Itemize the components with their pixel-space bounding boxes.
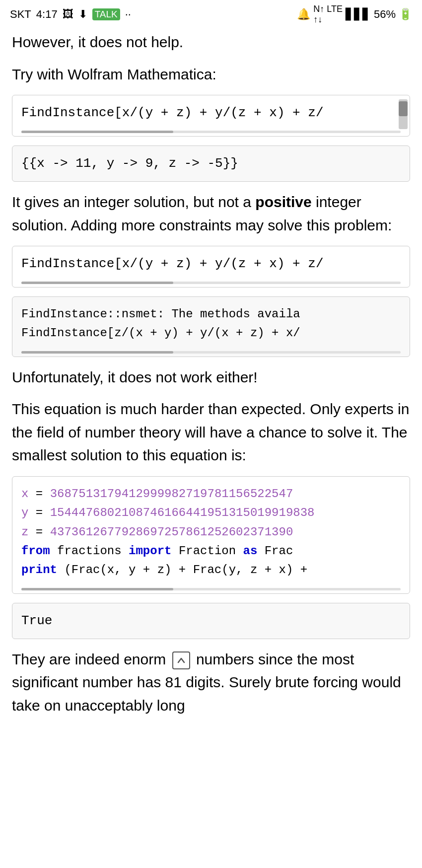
vertical-thumb-1[interactable] — [399, 101, 408, 116]
intro-text-1: However, it does not help. — [12, 31, 410, 54]
code-block-2[interactable]: FindInstance[x/(y + z) + y/(z + x) + z/ — [12, 246, 410, 288]
code-line-print: print (Frac(x, y + z) + Frac(y, z + x) + — [21, 561, 401, 579]
scrollbar-thumb-2[interactable] — [21, 282, 173, 284]
code-content-3: x = 3687513179412999982719781156522547 y… — [12, 477, 410, 588]
time-text: 4:17 — [36, 8, 58, 21]
scrollbar-thumb-1[interactable] — [21, 131, 173, 133]
arrow-svg — [176, 655, 186, 665]
result-block-1: {{x -> 11, y -> 9, z -> -5}} — [12, 145, 410, 182]
battery-text: 56% — [374, 8, 396, 21]
download-icon: ⬇ — [78, 8, 87, 21]
alarm-icon: 🔔 — [297, 8, 310, 21]
dots-icon: ·· — [125, 8, 131, 21]
status-bar: SKT 4:17 🖼 ⬇ TALK ·· 🔔 N↑ LTE↑↓ ▋▋▋ 56% … — [0, 0, 422, 27]
vertical-scroll-1[interactable] — [399, 99, 408, 129]
output-block-1: FindInstance::nsmet: The methods availa … — [12, 296, 410, 357]
output-line-2: FindInstance[z/(x + y) + y/(x + z) + x/ — [21, 324, 401, 343]
code-line-z: z = 4373612677928697257861252602371390 — [21, 523, 401, 542]
code-content-2: FindInstance[x/(y + z) + y/(z + x) + z/ — [12, 246, 410, 282]
code-block-1[interactable]: FindInstance[x/(y + z) + y/(z + x) + z/ — [12, 95, 410, 137]
battery-icon: 🔋 — [399, 8, 412, 21]
carrier-text: SKT — [10, 8, 31, 21]
output-content-1: FindInstance::nsmet: The methods availa … — [12, 297, 410, 351]
code-line-y: y = 154447680210874616644195131501991983… — [21, 504, 401, 522]
scrollbar-1[interactable] — [21, 131, 401, 133]
intro-text-2: Try with Wolfram Mathematica: — [12, 63, 410, 86]
talk-icon: TALK — [92, 8, 120, 20]
status-left: SKT 4:17 🖼 ⬇ TALK ·· — [10, 8, 131, 21]
lte-icon: N↑ LTE↑↓ — [313, 4, 343, 25]
image-icon: 🖼 — [63, 8, 73, 21]
output-line-1: FindInstance::nsmet: The methods availa — [21, 305, 401, 324]
explanation-text-2: Unfortunately, it does not work either! — [12, 366, 410, 389]
explanation-text-1: It gives an integer solution, but not a … — [12, 191, 410, 237]
signal-icon: ▋▋▋ — [346, 8, 371, 21]
scrollbar-thumb-4[interactable] — [21, 588, 173, 590]
code-line-x: x = 3687513179412999982719781156522547 — [21, 485, 401, 504]
code-block-3[interactable]: x = 3687513179412999982719781156522547 y… — [12, 476, 410, 594]
code-line-from: from fractions import Fraction as Frac — [21, 542, 401, 561]
scrollbar-3[interactable] — [21, 351, 401, 354]
main-content: However, it does not help. Try with Wolf… — [0, 27, 422, 729]
code-content-1: FindInstance[x/(y + z) + y/(z + x) + z/ — [12, 95, 410, 131]
status-right: 🔔 N↑ LTE↑↓ ▋▋▋ 56% 🔋 — [297, 4, 412, 25]
scrollbar-4[interactable] — [21, 588, 401, 590]
result-block-2: True — [12, 603, 410, 639]
scrollbar-2[interactable] — [21, 282, 401, 284]
up-arrow-icon[interactable] — [172, 651, 190, 669]
explanation-text-3: This equation is much harder than expect… — [12, 398, 410, 467]
closing-text: They are indeed enorm numbers since the … — [12, 648, 410, 718]
scrollbar-thumb-3[interactable] — [21, 351, 173, 354]
